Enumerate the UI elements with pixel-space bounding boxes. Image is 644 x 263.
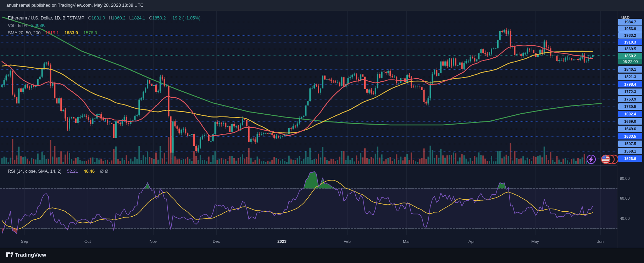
bar-countdown-label: 05:22:00 bbox=[618, 59, 642, 64]
rsi-label: RSI (14, close, SMA, 14, 2) bbox=[8, 169, 61, 174]
close-key: C bbox=[149, 16, 152, 21]
publisher-bar: anushsamal published on TradingView.com,… bbox=[0, 0, 644, 11]
open-value: 1831.0 bbox=[91, 16, 105, 21]
price-level-label: 1933.2 bbox=[618, 32, 642, 39]
price-level-label: 1984.7 bbox=[618, 19, 642, 25]
price-level-label: 1910.3 bbox=[618, 39, 642, 45]
price-level-label: 1753.9 bbox=[618, 96, 642, 102]
rsi-legend-row[interactable]: RSI (14, close, SMA, 14, 2) 52.21 46.46 … bbox=[8, 169, 108, 174]
time-axis-month-label: Apr bbox=[468, 239, 475, 244]
rsi-signal-value: 46.46 bbox=[84, 169, 95, 174]
time-axis-month-label: Dec bbox=[213, 239, 220, 244]
close-value: 1850.2 bbox=[152, 16, 166, 21]
time-axis[interactable] bbox=[0, 235, 617, 248]
publisher-text: anushsamal published on TradingView.com,… bbox=[6, 3, 144, 8]
volume-label: Vol · ETH bbox=[8, 23, 27, 28]
sma200-value: 1578.3 bbox=[83, 30, 97, 35]
price-level-label: 1692.4 bbox=[618, 111, 642, 117]
time-axis-month-label: Mar bbox=[403, 239, 410, 244]
corner-icons bbox=[586, 154, 620, 165]
time-axis-month-label: May bbox=[531, 239, 539, 244]
rsi-value: 52.21 bbox=[67, 169, 78, 174]
time-axis-month-label: Jun bbox=[597, 239, 604, 244]
price-level-label: 1840.1 bbox=[618, 66, 642, 73]
high-value: 1860.2 bbox=[112, 16, 126, 21]
price-level-label: 1633.5 bbox=[618, 133, 642, 139]
price-level-label: 1669.0 bbox=[618, 118, 642, 125]
time-axis-month-label: Feb bbox=[344, 239, 351, 244]
sma-legend-row[interactable]: SMA 20, 50, 200 1819.1 1883.9 1578.3 bbox=[8, 30, 97, 35]
price-level-label: 1821.3 bbox=[618, 74, 642, 80]
price-level-label: 1526.6 bbox=[618, 155, 642, 162]
price-level-label: 1953.9 bbox=[618, 25, 642, 32]
symbol-legend-row[interactable]: Ethereum / U.S. Dollar, 1D, BITSTAMP O18… bbox=[8, 16, 200, 21]
price-level-label: 1597.5 bbox=[618, 141, 642, 147]
price-level-label: 1730.5 bbox=[618, 103, 642, 110]
us-flag-stack-icon[interactable] bbox=[601, 155, 618, 164]
rsi-axis-tick: 80.00 bbox=[620, 176, 630, 181]
rsi-axis-tick: 40.00 bbox=[620, 216, 630, 221]
price-level-label: 1869.5 bbox=[618, 46, 642, 52]
rsi-axis-tick: 60.00 bbox=[620, 196, 630, 200]
time-axis-month-label: Nov bbox=[150, 239, 157, 244]
open-key: O bbox=[88, 16, 91, 21]
time-axis-month-label: 2023 bbox=[277, 239, 287, 244]
tradingview-logo-icon[interactable] bbox=[6, 251, 13, 259]
high-key: H bbox=[109, 16, 112, 21]
price-level-label: 1772.3 bbox=[618, 88, 642, 95]
footer-brand-text[interactable]: TradingView bbox=[15, 252, 46, 258]
current-price-label: 1850.2 bbox=[618, 53, 642, 59]
volume-value: 3.008K bbox=[31, 23, 45, 28]
change-value: +19.2 (+1.05%) bbox=[170, 16, 200, 21]
price-level-label: 1568.1 bbox=[618, 148, 642, 154]
time-axis-month-label: Oct bbox=[84, 239, 91, 244]
tradingview-published-chart: anushsamal published on TradingView.com,… bbox=[0, 0, 644, 263]
sma-label: SMA 20, 50, 200 bbox=[8, 30, 40, 35]
sma50-value: 1883.9 bbox=[65, 30, 78, 35]
price-level-label: 1649.6 bbox=[618, 126, 642, 132]
symbol-title[interactable]: Ethereum / U.S. Dollar, 1D, BITSTAMP bbox=[8, 16, 84, 21]
sma20-value: 1819.1 bbox=[45, 30, 59, 35]
price-level-label: 1798.4 bbox=[618, 81, 642, 87]
rsi-zero-values: Ø Ø bbox=[100, 169, 108, 174]
low-value: 1824.1 bbox=[132, 16, 145, 21]
volume-legend-row[interactable]: Vol · ETH 3.008K bbox=[8, 23, 45, 28]
price-chart-canvas[interactable] bbox=[0, 0, 644, 263]
time-axis-month-label: Sep bbox=[21, 239, 28, 244]
lightning-icon[interactable] bbox=[587, 155, 595, 164]
